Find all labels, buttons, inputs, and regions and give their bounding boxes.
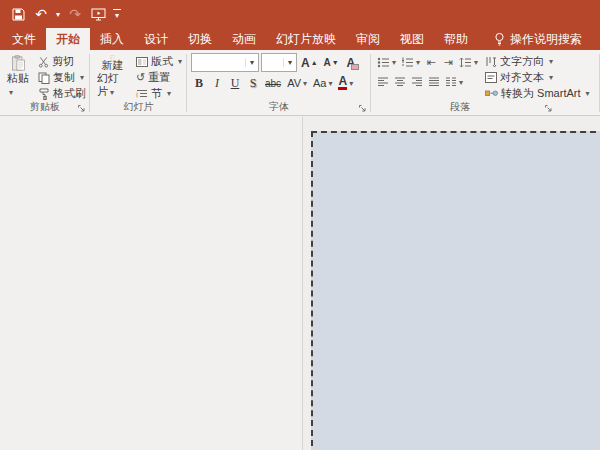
line-spacing-button[interactable]: ▾ [457,53,480,71]
bold-button[interactable]: B [191,74,207,92]
font-size-combobox[interactable]: ▾ [261,53,297,72]
slide-thumbnail-pane[interactable] [0,117,303,450]
reset-label: 重置 [148,70,170,85]
slide-placeholder[interactable] [311,131,600,450]
numbering-dropdown-icon: ▾ [416,58,420,67]
text-direction-label: 文字方向 [500,54,544,69]
align-center-button[interactable] [392,73,408,91]
section-dropdown-icon: ▾ [167,89,171,98]
columns-button[interactable]: ▾ [443,73,465,91]
paste-dropdown-icon: ▾ [9,88,13,97]
change-case-button[interactable]: Aa▾ [311,74,334,92]
shrink-font-glyph: A [324,57,331,68]
convert-smartart-button[interactable]: 转换为 SmartArt ▾ [483,86,591,101]
align-left-icon [377,77,389,87]
slides-group-label: 幻灯片 [90,100,187,114]
character-spacing-dropdown-icon: ▾ [303,79,307,88]
align-text-button[interactable]: 对齐文本 ▾ [483,70,591,85]
font-color-button[interactable]: A▾ [336,74,355,92]
tab-help[interactable]: 帮助 [434,28,478,50]
align-left-button[interactable] [375,73,391,91]
slide-editing-canvas[interactable] [303,117,600,450]
font-color-dropdown-icon: ▾ [349,79,353,88]
font-name-combobox[interactable]: ▾ [191,53,259,72]
character-spacing-glyph: AV [287,77,301,89]
increase-indent-button[interactable]: ⇥ [440,53,456,71]
text-direction-button[interactable]: 文字方向 ▾ [483,54,591,69]
tab-insert[interactable]: 插入 [90,28,134,50]
shrink-font-button[interactable]: A▼ [322,54,341,72]
text-direction-dropdown-icon: ▾ [549,57,553,66]
convert-smartart-dropdown-icon: ▾ [586,89,590,98]
decrease-indent-icon: ⇤ [426,56,435,69]
customize-qat-button[interactable]: ▾ [113,9,121,20]
font-name-dropdown-icon[interactable]: ▾ [245,58,258,67]
numbering-icon [401,57,414,68]
tab-home[interactable]: 开始 [46,28,90,50]
grow-font-glyph: A [301,56,310,70]
bullets-dropdown-icon: ▾ [392,58,396,67]
layout-button[interactable]: 版式 ▾ [134,54,184,69]
strikethrough-button[interactable]: abc [263,74,283,92]
tab-view[interactable]: 视图 [390,28,434,50]
paragraph-group-label: 段落 [371,100,549,114]
tab-slideshow[interactable]: 幻灯片放映 [266,28,346,50]
layout-icon [136,57,148,67]
section-icon [136,89,148,99]
tab-animations[interactable]: 动画 [222,28,266,50]
underline-button[interactable]: U [227,74,243,92]
bullets-button[interactable]: ▾ [375,53,398,71]
character-spacing-button[interactable]: AV▾ [285,74,309,92]
tab-transitions[interactable]: 切换 [178,28,222,50]
paragraph-dialog-launcher[interactable] [543,103,554,114]
reset-icon: ↺ [136,71,145,84]
align-text-label: 对齐文本 [500,70,544,85]
paste-label: 粘贴 [7,72,29,84]
undo-button[interactable]: ↶ [31,3,51,25]
section-label: 节 [151,86,162,101]
numbering-button[interactable]: ▾ [399,53,422,71]
tab-file[interactable]: 文件 [2,28,46,50]
paste-button[interactable]: 粘贴▾ [4,53,33,101]
columns-dropdown-icon: ▾ [459,78,463,87]
section-button[interactable]: 节 ▾ [134,86,184,101]
italic-button[interactable]: I [209,74,225,92]
scissors-icon [38,56,49,68]
clear-formatting-button[interactable]: A [343,54,359,72]
dialog-launcher-icon [358,104,367,113]
align-right-button[interactable] [409,73,425,91]
slides-group: 新建 幻灯片▾ 版式 ▾ ↺ 重置 [90,50,187,115]
decrease-indent-button[interactable]: ⇤ [423,53,439,71]
font-dialog-launcher[interactable] [357,103,368,114]
dialog-launcher-icon [77,104,86,113]
shrink-font-arrow-icon: ▼ [332,59,339,66]
line-spacing-dropdown-icon: ▾ [474,58,478,67]
font-size-dropdown-icon[interactable]: ▾ [283,58,296,67]
clipboard-dialog-launcher[interactable] [76,103,87,114]
cut-button[interactable]: 剪切 [36,54,88,69]
copy-button[interactable]: 复制 ▾ [36,70,88,85]
copy-icon [38,72,50,84]
align-center-icon [394,77,406,87]
copy-dropdown-icon: ▾ [80,73,84,82]
font-color-glyph: A [338,76,347,90]
start-slideshow-button[interactable] [88,3,108,25]
ribbon-tab-row: 文件 开始 插入 设计 切换 动画 幻灯片放映 审阅 视图 帮助 操作说明搜索 [0,28,600,50]
align-text-dropdown-icon: ▾ [549,73,553,82]
text-shadow-button[interactable]: S [245,74,261,92]
tab-design[interactable]: 设计 [134,28,178,50]
format-painter-button[interactable]: 格式刷 [36,86,88,101]
align-right-icon [411,77,423,87]
copy-label: 复制 [53,70,75,85]
justify-button[interactable] [426,73,442,91]
new-slide-button[interactable]: 新建 幻灯片▾ [94,53,131,101]
grow-font-button[interactable]: A▲ [299,54,320,72]
save-button[interactable] [8,3,28,25]
redo-button[interactable]: ↷ [65,3,85,25]
reset-button[interactable]: ↺ 重置 [134,70,184,85]
title-bar: ↶ ▾ ↷ ▾ [0,0,600,28]
ribbon: 粘贴▾ 剪切 复制 ▾ [0,50,600,116]
tab-review[interactable]: 审阅 [346,28,390,50]
undo-dropdown-icon[interactable]: ▾ [54,10,62,19]
tell-me-search[interactable]: 操作说明搜索 [484,28,592,50]
